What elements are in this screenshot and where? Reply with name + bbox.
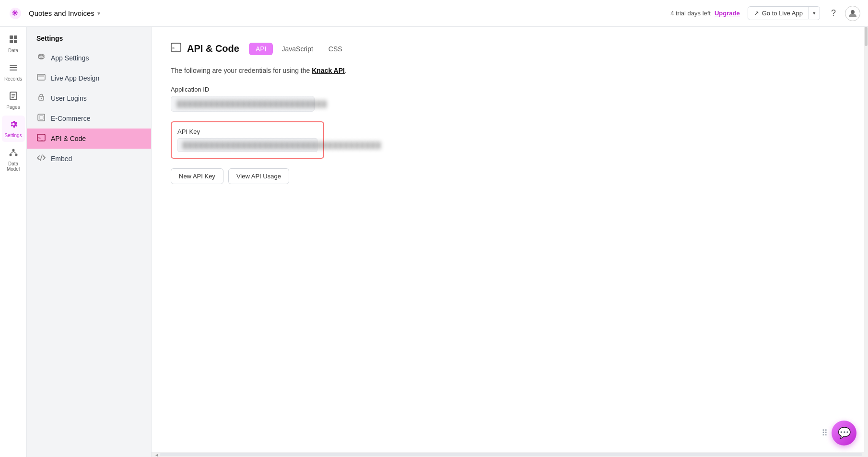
svg-text:✳: ✳: [12, 9, 18, 17]
sidebar-item-records[interactable]: Records: [2, 59, 25, 85]
ecommerce-label: E-Commerce: [51, 115, 90, 122]
sidebar-item-data[interactable]: Data: [2, 31, 25, 57]
svg-line-17: [13, 152, 16, 154]
main-layout: Data Records Pages: [0, 27, 868, 457]
svg-point-15: [15, 154, 17, 156]
tab-bar: API JavaScript CSS: [249, 43, 349, 55]
pages-nav-label: Pages: [6, 105, 20, 110]
application-id-value: ████████████████████████████: [171, 96, 315, 112]
svg-text:>_: >_: [38, 136, 43, 141]
svg-rect-21: [38, 75, 44, 77]
tab-css[interactable]: CSS: [322, 43, 349, 55]
sidebar-item-settings[interactable]: Settings: [2, 116, 25, 142]
settings-icon: [9, 119, 18, 131]
trial-text: 4 trial days left: [670, 10, 711, 17]
action-buttons: New API Key View API Usage: [171, 168, 845, 184]
scrollbar-track[interactable]: [160, 453, 862, 456]
knack-api-link[interactable]: Knack API: [312, 67, 345, 74]
api-key-value: █████████████████████████████████████: [177, 138, 317, 152]
user-avatar[interactable]: [845, 6, 860, 21]
sidebar-item-api-code[interactable]: >_ API & Code: [27, 129, 151, 149]
content-title: API & Code: [187, 43, 239, 54]
main-content: >_ API & Code API JavaScript CSS The fol…: [152, 27, 864, 452]
data-model-nav-label: DataModel: [7, 161, 20, 172]
new-api-key-button[interactable]: New API Key: [171, 168, 223, 184]
svg-rect-4: [10, 40, 13, 43]
scroll-left-arrow[interactable]: ◂: [153, 452, 160, 457]
chat-options-button[interactable]: ⠿: [821, 428, 828, 438]
application-id-field: Application ID █████████████████████████…: [171, 86, 845, 112]
api-code-header-icon: >_: [171, 42, 181, 55]
svg-rect-6: [10, 65, 17, 66]
upgrade-button[interactable]: Upgrade: [715, 10, 740, 17]
records-nav-label: Records: [4, 76, 22, 82]
help-button[interactable]: ?: [826, 6, 841, 21]
svg-point-1: [851, 10, 855, 14]
tab-api[interactable]: API: [249, 43, 273, 55]
sidebar-item-ecommerce[interactable]: E-Commerce: [27, 108, 151, 129]
live-app-control: ↗ Go to Live App ▾: [748, 6, 820, 20]
svg-rect-24: [38, 114, 45, 121]
chat-icon: 💬: [838, 427, 851, 439]
tab-javascript[interactable]: JavaScript: [275, 43, 319, 55]
api-description: The following are your credentials for u…: [171, 67, 845, 74]
content-header: >_ API & Code API JavaScript CSS: [171, 42, 845, 55]
api-key-label: API Key: [177, 128, 317, 135]
svg-point-14: [9, 154, 12, 156]
live-app-dropdown-button[interactable]: ▾: [809, 7, 820, 19]
data-model-icon: [9, 148, 18, 160]
records-icon: [9, 63, 18, 75]
vertical-scrollbar[interactable]: [864, 27, 868, 457]
app-name-chevron: ▾: [97, 10, 100, 17]
settings-title: Settings: [27, 35, 151, 48]
sidebar-item-app-settings[interactable]: App Settings: [27, 48, 151, 68]
svg-rect-8: [10, 70, 17, 70]
sidebar-item-live-app-design[interactable]: Live App Design: [27, 68, 151, 88]
svg-rect-2: [10, 35, 13, 39]
svg-rect-3: [14, 35, 17, 39]
horizontal-scrollbar[interactable]: ◂: [152, 452, 864, 457]
svg-text:>_: >_: [172, 46, 177, 50]
chat-open-button[interactable]: 💬: [832, 421, 856, 445]
svg-rect-11: [12, 96, 15, 97]
app-logo: ✳: [8, 6, 23, 21]
svg-rect-25: [39, 116, 43, 119]
svg-point-13: [12, 149, 14, 152]
embed-label: Embed: [51, 155, 72, 163]
app-name[interactable]: Quotes and Invoices ▾: [29, 9, 100, 17]
sidebar-item-data-model[interactable]: DataModel: [2, 144, 25, 176]
chat-widget: ⠿ 💬: [821, 421, 856, 445]
api-key-container: API Key ████████████████████████████████…: [171, 121, 324, 159]
app-settings-label: App Settings: [51, 54, 89, 62]
application-id-label: Application ID: [171, 86, 845, 93]
api-code-label: API & Code: [51, 135, 86, 142]
embed-icon: [36, 153, 46, 164]
svg-point-23: [41, 98, 42, 99]
data-nav-label: Data: [8, 48, 18, 53]
user-logins-icon: [36, 93, 46, 104]
svg-rect-12: [12, 97, 14, 98]
topbar: ✳ Quotes and Invoices ▾ 4 trial days lef…: [0, 0, 868, 27]
pages-icon: [9, 91, 18, 103]
live-app-design-label: Live App Design: [51, 74, 99, 82]
svg-line-28: [40, 155, 42, 161]
svg-rect-5: [14, 40, 17, 43]
sidebar-item-user-logins[interactable]: User Logins: [27, 88, 151, 108]
settings-nav-label: Settings: [4, 133, 22, 138]
svg-rect-10: [12, 94, 15, 95]
scrollbar-thumb[interactable]: [865, 27, 868, 46]
view-api-usage-button[interactable]: View API Usage: [228, 168, 289, 184]
api-code-icon: >_: [36, 133, 46, 144]
ecommerce-icon: [36, 113, 46, 124]
sidebar-item-pages[interactable]: Pages: [2, 87, 25, 114]
sidebar-item-embed[interactable]: Embed: [27, 149, 151, 169]
svg-rect-7: [10, 67, 17, 68]
icon-nav: Data Records Pages: [0, 27, 27, 457]
go-to-live-app-button[interactable]: ↗ Go to Live App: [748, 7, 809, 20]
data-icon: [9, 35, 18, 47]
settings-sidebar: Settings App Settings Live App Design: [27, 27, 152, 457]
user-logins-label: User Logins: [51, 94, 87, 102]
app-settings-icon: [36, 53, 46, 63]
svg-line-16: [11, 152, 13, 154]
live-app-design-icon: [36, 73, 46, 83]
